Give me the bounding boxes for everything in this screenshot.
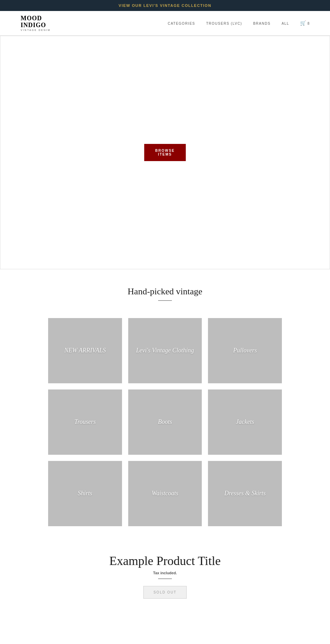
handpicked-divider bbox=[158, 300, 172, 301]
category-label-shirts: Shirts bbox=[78, 490, 92, 497]
header: MOOD INDIGO VINTAGE DENIM CATEGORIES TRO… bbox=[0, 11, 330, 36]
nav-item-trousers-lvc[interactable]: TROUSERS (LVC) bbox=[206, 20, 242, 26]
category-label-jackets: Jackets bbox=[236, 418, 254, 426]
category-card-boots[interactable]: Boots bbox=[128, 389, 202, 455]
category-label-pullovers: Pullovers bbox=[233, 347, 257, 354]
cart-icon[interactable]: 🛒 bbox=[300, 21, 306, 26]
product-section: Example Product Title Tax included. SOLD… bbox=[0, 540, 330, 606]
nav-item-all[interactable]: ALL bbox=[282, 20, 289, 26]
category-card-dresses-skirts[interactable]: Dresses & Skirts bbox=[208, 461, 282, 526]
logo-line2: INDIGO bbox=[21, 22, 51, 29]
hero-section: BROWSEITEMS bbox=[0, 36, 330, 269]
category-label-levis-vintage: Levi's Vintage Clothing bbox=[136, 347, 194, 354]
product-tax-label: Tax included. bbox=[7, 571, 323, 575]
category-card-jackets[interactable]: Jackets bbox=[208, 389, 282, 455]
category-card-levis-vintage[interactable]: Levi's Vintage Clothing bbox=[128, 318, 202, 383]
category-card-shirts[interactable]: Shirts bbox=[48, 461, 122, 526]
category-card-waistcoats[interactable]: Waistcoats bbox=[128, 461, 202, 526]
handpicked-section: Hand-picked vintage bbox=[0, 269, 330, 318]
nav-link-brands[interactable]: BRANDS bbox=[253, 22, 271, 25]
logo[interactable]: MOOD INDIGO VINTAGE DENIM bbox=[21, 15, 51, 31]
category-label-dresses-skirts: Dresses & Skirts bbox=[224, 490, 265, 497]
category-label-waistcoats: Waistcoats bbox=[152, 490, 178, 497]
browse-items-button[interactable]: BROWSEITEMS bbox=[144, 144, 186, 161]
nav-item-brands[interactable]: BRANDS bbox=[253, 20, 271, 26]
banner-text: VIEW OUR LEVI'S VINTAGE COLLECTION bbox=[119, 3, 211, 8]
sold-out-button[interactable]: SOLD OUT bbox=[143, 586, 186, 599]
category-card-trousers[interactable]: Trousers bbox=[48, 389, 122, 455]
nav-cart[interactable]: 🛒 8 bbox=[300, 20, 309, 26]
cart-count: 8 bbox=[307, 22, 309, 25]
nav-link-all[interactable]: ALL bbox=[282, 22, 289, 25]
category-card-pullovers[interactable]: Pullovers bbox=[208, 318, 282, 383]
main-nav: CATEGORIES TROUSERS (LVC) BRANDS ALL 🛒 8 bbox=[168, 20, 309, 26]
nav-item-categories[interactable]: CATEGORIES bbox=[168, 20, 195, 26]
category-label-boots: Boots bbox=[158, 418, 172, 426]
top-banner[interactable]: VIEW OUR LEVI'S VINTAGE COLLECTION bbox=[0, 0, 330, 11]
categories-grid: NEW ARRIVALS Levi's Vintage Clothing Pul… bbox=[41, 318, 289, 540]
nav-link-trousers-lvc[interactable]: TROUSERS (LVC) bbox=[206, 22, 242, 25]
category-label-new-arrivals: NEW ARRIVALS bbox=[64, 347, 106, 354]
category-card-new-arrivals[interactable]: NEW ARRIVALS bbox=[48, 318, 122, 383]
logo-line1: MOOD bbox=[21, 15, 51, 22]
category-label-trousers: Trousers bbox=[74, 418, 96, 426]
product-title: Example Product Title bbox=[7, 554, 323, 568]
logo-sub: VINTAGE DENIM bbox=[21, 29, 51, 31]
handpicked-title: Hand-picked vintage bbox=[7, 286, 323, 297]
nav-link-categories[interactable]: CATEGORIES bbox=[168, 22, 195, 25]
product-divider bbox=[158, 578, 172, 579]
browse-items-label: BROWSEITEMS bbox=[155, 149, 175, 156]
